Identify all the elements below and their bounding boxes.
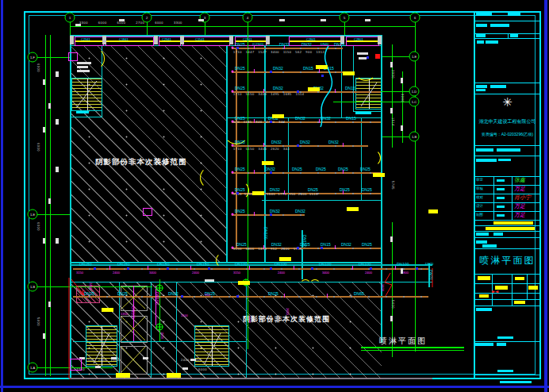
drawing-sheet: ✳ 湖北中天建设工程有限公司 资质编号：A2-0203296(乙级) 审定 张鑫… xyxy=(0,0,549,392)
stair-arrow xyxy=(76,81,377,363)
elevator-x-icon xyxy=(121,286,145,372)
pipe-curve xyxy=(321,46,332,127)
renovation-boundary xyxy=(69,268,432,379)
plan-caption: 喷淋平面图 xyxy=(379,336,427,347)
sprinkler-head-icon xyxy=(155,279,250,331)
plan-linework xyxy=(0,0,549,392)
riser-node xyxy=(232,47,234,249)
